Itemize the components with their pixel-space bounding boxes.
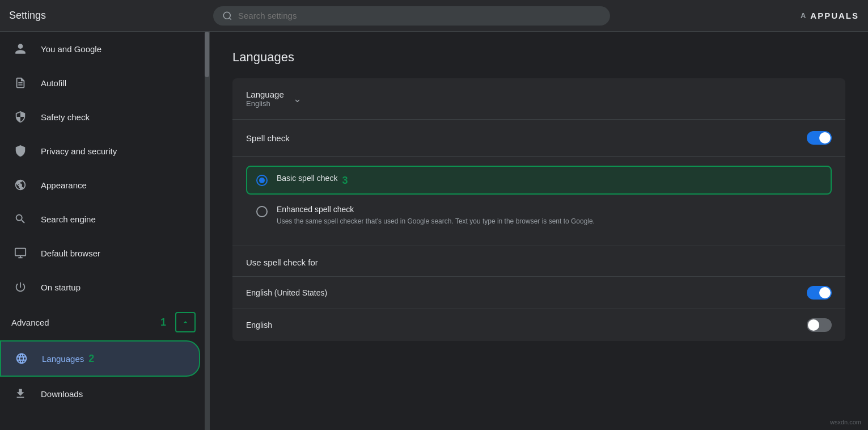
search-input[interactable]: [238, 11, 601, 20]
sidebar-item-default-browser-label: Default browser: [41, 248, 100, 258]
english-row: English: [232, 309, 845, 341]
sidebar-item-autofill-label: Autofill: [41, 78, 66, 88]
language-label-group: Language English: [246, 90, 284, 108]
languages-icon: [12, 349, 31, 368]
sidebar-item-on-startup[interactable]: On startup: [0, 270, 200, 304]
spell-check-toggle[interactable]: [807, 131, 832, 145]
spell-check-options: Basic spell check 3 Enhanced spell check…: [232, 157, 845, 246]
svg-line-1: [229, 18, 231, 19]
languages-number: 2: [88, 353, 94, 365]
advanced-toggle-button[interactable]: [175, 312, 196, 332]
language-row[interactable]: Language English ⌄: [232, 78, 845, 120]
default-browser-icon: [11, 244, 29, 262]
appearance-icon: [11, 176, 29, 194]
page-title: Settings: [9, 10, 213, 22]
spell-check-for-section: Use spell check for: [232, 246, 845, 267]
sidebar-item-search-engine[interactable]: Search engine: [0, 202, 200, 236]
basic-spell-check-text: Basic spell check: [277, 174, 337, 183]
english-us-label: English (United States): [246, 288, 807, 297]
watermark: wsxdn.com: [830, 419, 861, 425]
enhanced-spell-check-text: Enhanced spell check Uses the same spell…: [277, 205, 595, 226]
chevron-down-icon: ⌄: [293, 92, 302, 105]
english-us-toggle-thumb: [819, 287, 831, 298]
sidebar-item-languages[interactable]: Languages 2: [0, 340, 200, 377]
search-engine-icon: [11, 210, 29, 228]
topbar: Settings A APPUALS: [0, 0, 868, 32]
spell-check-row: Spell check: [232, 120, 845, 157]
spell-check-toggle-thumb: [819, 132, 831, 144]
sidebar-item-privacy-security[interactable]: Privacy and security: [0, 134, 200, 168]
english-us-row: English (United States): [232, 276, 845, 309]
enhanced-spell-check-option[interactable]: Enhanced spell check Uses the same spell…: [246, 197, 832, 234]
sidebar-item-default-browser[interactable]: Default browser: [0, 236, 200, 270]
spell-check-label: Spell check: [246, 133, 807, 143]
language-value: English: [246, 99, 284, 108]
english-toggle-thumb: [808, 319, 819, 331]
sidebar-item-privacy-security-label: Privacy and security: [41, 146, 117, 156]
content-area: Languages Language English ⌄ Spell check: [210, 32, 868, 430]
english-label: English: [246, 321, 807, 330]
sidebar-item-you-and-google[interactable]: You and Google: [0, 32, 200, 66]
sidebar: You and Google Autofill Safety check Pri…: [0, 32, 210, 430]
svg-point-0: [223, 12, 230, 19]
appuals-logo: A APPUALS: [801, 11, 859, 20]
enhanced-spell-check-label: Enhanced spell check: [277, 205, 595, 214]
sidebar-item-downloads-label: Downloads: [41, 389, 83, 399]
basic-spell-check-number: 3: [342, 175, 348, 187]
basic-spell-check-radio[interactable]: [256, 175, 268, 186]
sidebar-item-appearance-label: Appearance: [41, 180, 87, 190]
search-icon: [222, 11, 232, 21]
safety-icon: [11, 108, 29, 126]
sidebar-scrollbar-thumb[interactable]: [205, 32, 209, 77]
svg-rect-3: [15, 248, 26, 256]
startup-icon: [11, 278, 29, 296]
sidebar-item-you-and-google-label: You and Google: [41, 44, 101, 54]
sidebar-item-appearance[interactable]: Appearance: [0, 168, 200, 202]
section-title: Languages: [232, 50, 845, 65]
privacy-icon: [11, 142, 29, 160]
english-us-toggle[interactable]: [807, 286, 832, 300]
downloads-icon: [11, 385, 29, 403]
sidebar-item-downloads[interactable]: Downloads: [0, 377, 200, 411]
logo-text: APPUALS: [810, 11, 859, 20]
main-layout: You and Google Autofill Safety check Pri…: [0, 32, 868, 430]
sidebar-scrollbar[interactable]: [205, 32, 209, 430]
advanced-number: 1: [160, 317, 166, 328]
autofill-icon: [11, 74, 29, 92]
sidebar-item-on-startup-label: On startup: [41, 283, 81, 292]
sidebar-item-safety-check-label: Safety check: [41, 112, 90, 122]
advanced-section-header[interactable]: Advanced 1: [0, 304, 209, 340]
sidebar-item-autofill[interactable]: Autofill: [0, 66, 200, 100]
basic-spell-check-label: Basic spell check: [277, 174, 337, 183]
enhanced-spell-check-desc: Uses the same spell checker that's used …: [277, 216, 595, 226]
english-toggle[interactable]: [807, 318, 832, 332]
spell-check-for-label: Use spell check for: [246, 258, 832, 267]
user-icon: [11, 40, 29, 58]
language-label: Language: [246, 90, 284, 99]
sidebar-item-search-engine-label: Search engine: [41, 214, 96, 224]
basic-spell-check-option[interactable]: Basic spell check 3: [246, 166, 832, 195]
sidebar-item-languages-label: Languages: [42, 354, 84, 364]
language-card: Language English ⌄ Spell check Basic sp: [232, 78, 845, 341]
enhanced-spell-check-radio[interactable]: [256, 206, 268, 217]
advanced-label: Advanced: [11, 318, 160, 327]
search-bar[interactable]: [213, 6, 610, 26]
sidebar-item-safety-check[interactable]: Safety check: [0, 100, 200, 134]
